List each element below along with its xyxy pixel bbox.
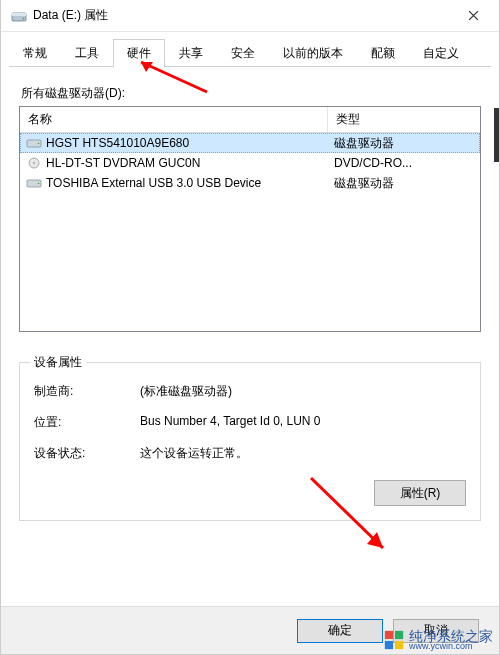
drives-label: 所有磁盘驱动器(D): [21, 85, 479, 102]
svg-point-6 [33, 162, 36, 165]
tab-content: 所有磁盘驱动器(D): 名称 类型 HGST HTS541010A9E680 磁… [1, 67, 499, 521]
tab-hardware[interactable]: 硬件 [113, 39, 165, 68]
window-title: Data (E:) 属性 [33, 7, 453, 24]
list-row[interactable]: HGST HTS541010A9E680 磁盘驱动器 [20, 133, 480, 153]
list-row[interactable]: TOSHIBA External USB 3.0 USB Device 磁盘驱动… [20, 173, 480, 193]
list-header: 名称 类型 [20, 107, 480, 133]
location-label: 位置: [34, 414, 140, 431]
tab-security[interactable]: 安全 [217, 39, 269, 68]
device-properties-group: 设备属性 制造商: (标准磁盘驱动器) 位置: Bus Number 4, Ta… [19, 362, 481, 521]
col-name[interactable]: 名称 [20, 107, 328, 133]
device-properties-button[interactable]: 属性(R) [374, 480, 466, 506]
row-name: HGST HTS541010A9E680 [46, 136, 189, 150]
hdd-icon [26, 137, 42, 149]
drive-list[interactable]: 名称 类型 HGST HTS541010A9E680 磁盘驱动器 [19, 106, 481, 332]
row-type: DVD/CD-RO... [328, 156, 480, 170]
titlebar[interactable]: Data (E:) 属性 [1, 0, 499, 32]
dialog-footer: 确定 取消 [1, 606, 499, 654]
ok-button[interactable]: 确定 [297, 619, 383, 643]
tab-sharing[interactable]: 共享 [165, 39, 217, 68]
list-row[interactable]: HL-DT-ST DVDRAM GUC0N DVD/CD-RO... [20, 153, 480, 173]
optical-icon [26, 157, 42, 169]
row-name: TOSHIBA External USB 3.0 USB Device [46, 176, 261, 190]
group-legend: 设备属性 [30, 354, 86, 371]
tab-custom[interactable]: 自定义 [409, 39, 473, 68]
cancel-button[interactable]: 取消 [393, 619, 479, 643]
tab-quota[interactable]: 配额 [357, 39, 409, 68]
status-label: 设备状态: [34, 445, 140, 462]
status-value: 这个设备运转正常。 [140, 445, 466, 462]
list-body: HGST HTS541010A9E680 磁盘驱动器 HL-DT-ST DVDR… [20, 133, 480, 193]
tab-tools[interactable]: 工具 [61, 39, 113, 68]
hdd-icon [26, 177, 42, 189]
tab-strip: 常规 工具 硬件 共享 安全 以前的版本 配额 自定义 [1, 32, 499, 67]
manufacturer-value: (标准磁盘驱动器) [140, 383, 466, 400]
svg-rect-1 [12, 13, 26, 16]
tab-general[interactable]: 常规 [9, 39, 61, 68]
svg-point-4 [38, 143, 40, 145]
close-button[interactable] [453, 2, 493, 30]
col-type[interactable]: 类型 [328, 107, 480, 133]
svg-point-8 [38, 183, 40, 185]
edge-sliver [494, 108, 499, 162]
row-name: HL-DT-ST DVDRAM GUC0N [46, 156, 200, 170]
row-type: 磁盘驱动器 [328, 175, 480, 192]
row-type: 磁盘驱动器 [328, 135, 480, 152]
manufacturer-label: 制造商: [34, 383, 140, 400]
location-value: Bus Number 4, Target Id 0, LUN 0 [140, 414, 466, 431]
svg-point-2 [23, 17, 25, 19]
tab-previous[interactable]: 以前的版本 [269, 39, 357, 68]
drive-icon [11, 8, 27, 24]
properties-dialog: Data (E:) 属性 常规 工具 硬件 共享 安全 以前的版本 配额 自定义… [0, 0, 500, 655]
